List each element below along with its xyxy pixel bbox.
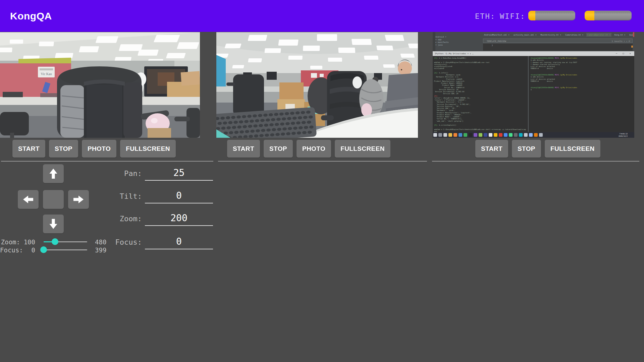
center-home-button[interactable]: [43, 190, 64, 209]
start-button-camera-2[interactable]: START: [227, 140, 260, 158]
screen-edge-artifact: [633, 32, 634, 37]
panel-1-divider: [1, 161, 213, 162]
camera-3-feed: Android ▾▾ app ▸ manifests ▾ java Androi…: [433, 32, 634, 138]
taskbar-app-icon: [489, 133, 492, 137]
zoom-field[interactable]: 200: [145, 211, 213, 226]
taskbar-app-icon: [509, 133, 513, 137]
eth-label: ETH:: [475, 0, 495, 32]
taskbar-app-icon: [453, 133, 457, 137]
camera-2-button-row: STARTSTOPPHOTOFULLSCREEN: [227, 140, 390, 158]
photo-button-camera-1[interactable]: PHOTO: [82, 140, 116, 158]
focus-slider-label: Focus:: [0, 246, 20, 254]
taskbar-app-icon: [474, 133, 477, 137]
arrow-left-icon: [23, 195, 33, 203]
fullscreen-button-camera-3[interactable]: FULLSCREEN: [545, 140, 600, 158]
console-right-pane: zhuang11@6220934+6N80N1 MSYS /g/My Drive…: [531, 57, 633, 90]
console-title-bar: IPython: G:/My Drive/codes × + ⌄ ─ ▢ ✕: [433, 51, 634, 56]
taskbar-icons: [433, 133, 543, 137]
wifi-signal-bar: [585, 11, 632, 20]
app-header: KongQA ETH: WIFI:: [0, 0, 644, 32]
arrow-down-icon: [49, 219, 57, 229]
wifi-label: WIFI:: [500, 0, 525, 32]
arrow-right-icon: [73, 195, 84, 203]
taskbar-app-icon: [494, 133, 497, 137]
pan-field-label: Pan:: [84, 169, 142, 179]
taskbar-clock: 下午04:13 2020/12/2: [619, 133, 628, 137]
taskbar-app-icon: [448, 133, 452, 137]
taskbar-app-icon: [524, 133, 528, 137]
taskbar-app-icon: [438, 133, 442, 137]
app-root: KongQA ETH: WIFI: Vic Kao: [0, 0, 644, 362]
taskbar-app-icon: [519, 133, 523, 137]
tilt-up-button[interactable]: [43, 164, 64, 183]
stop-button-camera-1[interactable]: STOP: [49, 140, 78, 158]
taskbar-app-icon: [459, 133, 462, 137]
stop-button-camera-2[interactable]: STOP: [264, 140, 293, 158]
fullscreen-button-camera-2[interactable]: FULLSCREEN: [335, 140, 390, 158]
ide-project-tree: Android ▾▾ app ▸ manifests ▾ java: [435, 36, 479, 46]
taskbar-app-icon: [499, 133, 502, 137]
arrow-up-icon: [49, 169, 57, 179]
ide-tab: AndroidManifest.xml ×: [483, 33, 511, 37]
ide-tool-strip: [433, 32, 435, 51]
pan-field[interactable]: 25: [145, 166, 213, 181]
eth-signal-bar: [528, 11, 575, 20]
photo-button-camera-2[interactable]: PHOTO: [297, 140, 331, 158]
zoom-slider-min: 100: [20, 238, 35, 246]
console-left-pane: [3]: k = RobotRun.kong.KongADB() adbCmd …: [434, 57, 527, 132]
eth-signal-fill: [528, 11, 535, 20]
scrollbar-marker: [631, 46, 633, 48]
taskbar-app-icon: [484, 133, 487, 137]
captured-desktop: Android ▾▾ app ▸ manifests ▾ java Androi…: [433, 32, 634, 138]
taskbar-app-icon: [479, 133, 482, 137]
zoom-slider-label: Zoom:: [0, 238, 20, 246]
search-results: 1 results ↑ ↓ ⟳: [611, 39, 630, 43]
panel-3-divider: [432, 161, 639, 162]
stop-button-camera-3[interactable]: STOP: [512, 140, 541, 158]
windows-taskbar: 下午04:13 2020/12/2: [433, 132, 634, 138]
ide-tab: MainActivity.kt ×: [540, 33, 562, 37]
camera-3-button-row: STARTSTOPFULLSCREEN: [475, 140, 600, 158]
taskbar-app-icon: [514, 133, 518, 137]
console-title: IPython: G:/My Drive/codes × + ⌄: [433, 52, 474, 55]
pan-left-button[interactable]: [18, 190, 39, 209]
ide-tab: CameraView.kt ×: [564, 33, 584, 37]
wifi-signal-fill: [585, 11, 594, 20]
focus-slider-min: 0: [20, 246, 35, 254]
ide-window: Android ▾▾ app ▸ manifests ▾ java Androi…: [433, 32, 634, 51]
taskbar-app-icon: [534, 133, 538, 137]
zoom-slider-thumb[interactable]: [52, 238, 58, 245]
ide-tab: CameraOperator.kt ×: [586, 33, 611, 37]
focus-slider-track[interactable]: [44, 249, 87, 250]
camera-1-button-row: STARTSTOPPHOTOFULLSCREEN: [12, 140, 176, 158]
camera-2-feed: [216, 32, 418, 138]
camera-1-feed: Vic Kao: [0, 32, 200, 138]
tilt-field[interactable]: 0: [145, 189, 213, 203]
taskbar-app-icon: [539, 133, 543, 137]
panel-2-divider: [218, 161, 427, 162]
focus-slider-thumb[interactable]: [40, 246, 47, 253]
ide-editor-tabs: AndroidManifest.xml ×activity_main.xml ×…: [483, 33, 634, 37]
window-buttons: ─ ▢ ✕: [616, 51, 633, 56]
ide-tab: Kong.kt ×: [613, 33, 627, 37]
taskbar-app-icon: [464, 133, 467, 137]
tilt-down-button[interactable]: [43, 215, 64, 233]
ide-tab: activity_main.xml ×: [513, 33, 538, 37]
console-split-divider: [528, 56, 529, 132]
taskbar-app-icon: [469, 133, 472, 137]
ide-search-bar: TEMPLATE_PREVIEW 1 results ↑ ↓ ⟳: [483, 39, 633, 43]
start-button-camera-1[interactable]: START: [12, 140, 45, 158]
taskbar-app-icon: [433, 133, 437, 137]
fullscreen-button-camera-1[interactable]: FULLSCREEN: [120, 140, 176, 158]
taskbar-app-icon: [443, 133, 447, 137]
tilt-field-label: Tilt:: [84, 191, 142, 201]
ide-code-line: }: [483, 44, 633, 51]
start-button-camera-3[interactable]: START: [475, 140, 508, 158]
taskbar-app-icon: [529, 133, 533, 137]
focus-field-label: Focus:: [84, 237, 142, 247]
focus-field[interactable]: 0: [145, 235, 213, 249]
taskbar-app-icon: [504, 133, 507, 137]
app-title: KongQA: [10, 0, 52, 32]
zoom-field-label: Zoom:: [84, 214, 142, 224]
